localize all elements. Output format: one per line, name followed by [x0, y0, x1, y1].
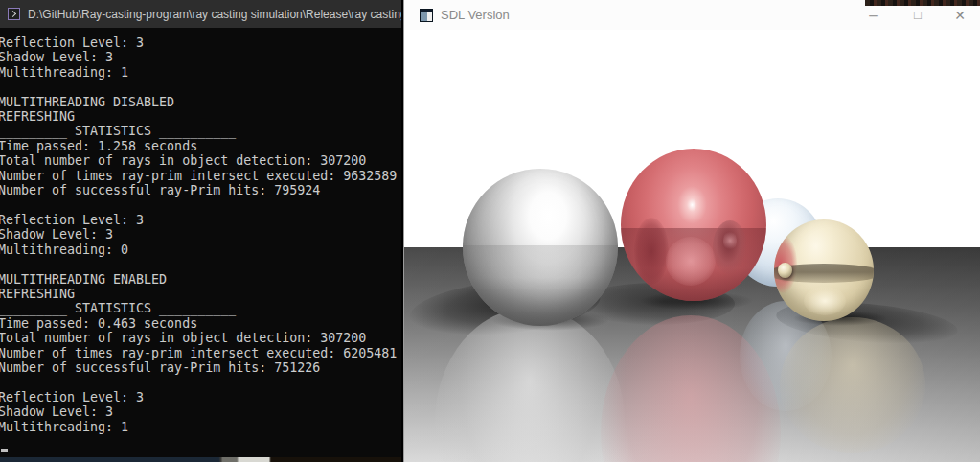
console-window: D:\GitHub\Ray-casting-program\ray castin… — [0, 0, 401, 457]
console-title: D:\GitHub\Ray-casting-program\ray castin… — [28, 8, 401, 21]
background-window-strip — [865, 0, 980, 6]
red-sphere — [621, 149, 766, 301]
taskbar-strip[interactable] — [0, 457, 401, 462]
red-sphere-reflection-blob-right — [713, 220, 747, 275]
screen: D:\GitHub\Ray-casting-program\ray castin… — [0, 0, 980, 462]
cmd-icon — [8, 8, 20, 20]
console-titlebar[interactable]: D:\GitHub\Ray-casting-program\ray castin… — [0, 0, 401, 28]
beige-sphere-reflection — [780, 317, 925, 453]
sdl-app-icon[interactable] — [420, 9, 433, 22]
console-cursor — [1, 449, 8, 452]
console-output[interactable]: Reflection Level: 3 Shadow Level: 3 Mult… — [0, 28, 401, 442]
beige-sphere-knob — [778, 263, 792, 278]
red-sphere-reflection-blob-left — [634, 218, 669, 285]
gray-sphere — [463, 169, 618, 326]
red-sphere-glow — [666, 237, 716, 286]
sdl-window: SDL Version – □ ✕ — [403, 0, 980, 462]
sdl-window-title: SDL Version — [441, 8, 510, 22]
render-scene — [404, 30, 980, 462]
beige-sphere — [774, 219, 874, 321]
beige-sphere-bottom-highlight — [804, 287, 846, 315]
